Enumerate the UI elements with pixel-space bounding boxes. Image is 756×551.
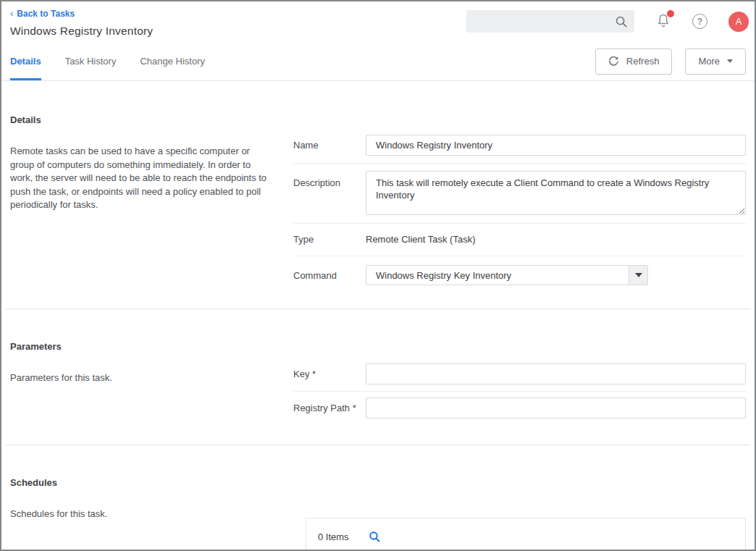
- more-label: More: [698, 56, 720, 67]
- name-input[interactable]: [366, 135, 746, 156]
- refresh-label: Refresh: [626, 56, 660, 67]
- tabs: Details Task History Change History: [10, 42, 205, 80]
- parameters-section: Parameters Parameters for this task. Key…: [10, 310, 746, 425]
- type-value: Remote Client Task (Task): [366, 234, 475, 245]
- parameters-description-text: Parameters for this task.: [10, 358, 275, 385]
- back-link-label: Back to Tasks: [17, 9, 75, 19]
- description-input[interactable]: This task will remotely execute a Client…: [366, 171, 746, 215]
- refresh-button[interactable]: Refresh: [595, 49, 673, 75]
- chevron-down-icon: [727, 59, 733, 63]
- command-select-value: Windows Registry Key Inventory: [366, 266, 629, 285]
- parameters-form: Key * Registry Path *: [293, 358, 746, 425]
- command-label: Command: [293, 270, 366, 281]
- schedules-panel: 0 Items: [306, 518, 746, 551]
- tab-task-history[interactable]: Task History: [65, 42, 117, 80]
- parameters-heading: Parameters: [10, 310, 746, 352]
- refresh-icon: [608, 56, 619, 67]
- back-to-tasks-link[interactable]: ‹ Back to Tasks: [10, 9, 75, 19]
- help-icon: ?: [697, 17, 702, 27]
- description-label: Description: [293, 171, 366, 188]
- registry-path-input[interactable]: [366, 398, 746, 418]
- help-button[interactable]: ?: [692, 14, 707, 29]
- name-field-row: Name: [293, 131, 746, 163]
- details-form: Name Description This task will remotely…: [293, 131, 746, 297]
- registry-path-label: Registry Path *: [293, 403, 366, 413]
- command-field-row: Command Windows Registry Key Inventory: [293, 256, 746, 297]
- description-field-row: Description This task will remotely exec…: [293, 163, 746, 223]
- name-label: Name: [293, 140, 366, 151]
- schedules-blurb-col: Schedules for this task.: [10, 494, 293, 551]
- type-field-row: Type Remote Client Task (Task): [293, 223, 746, 256]
- schedules-section: Schedules Schedules for this task. 0 Ite…: [10, 446, 746, 551]
- details-heading: Details: [10, 81, 746, 125]
- details-blurb-col: Remote tasks can be used to have a speci…: [10, 131, 293, 297]
- schedules-search-icon[interactable]: [369, 531, 381, 543]
- key-label: Key *: [293, 369, 366, 379]
- search-input[interactable]: [466, 10, 634, 33]
- notifications-button[interactable]: [655, 12, 671, 31]
- page-header: ‹ Back to Tasks Windows Registry Invento…: [1, 1, 755, 42]
- avatar[interactable]: A: [728, 12, 749, 32]
- header-actions: ? A: [466, 10, 749, 33]
- details-section: Details Remote tasks can be used to have…: [10, 81, 746, 297]
- main-content: Details Remote tasks can be used to have…: [1, 81, 755, 551]
- tab-bar: Details Task History Change History Refr…: [1, 42, 755, 81]
- app-window: ‹ Back to Tasks Windows Registry Invento…: [0, 0, 756, 551]
- schedules-description-text: Schedules for this task.: [10, 494, 275, 521]
- items-count: 0 Items: [318, 531, 349, 542]
- more-button[interactable]: More: [685, 49, 746, 75]
- back-chevron-icon: ‹: [10, 9, 13, 18]
- schedules-list-col: 0 Items: [293, 494, 746, 551]
- command-select[interactable]: Windows Registry Key Inventory: [366, 265, 648, 285]
- notification-badge: [667, 10, 674, 17]
- schedules-panel-toolbar: 0 Items: [318, 531, 734, 543]
- search-icon[interactable]: [615, 15, 628, 30]
- global-search[interactable]: [466, 10, 634, 33]
- parameters-blurb-col: Parameters for this task.: [10, 358, 293, 425]
- tab-change-history[interactable]: Change History: [140, 42, 205, 80]
- details-description-text: Remote tasks can be used to have a speci…: [10, 131, 275, 212]
- dropdown-arrow-icon[interactable]: [629, 266, 647, 285]
- schedules-heading: Schedules: [10, 446, 746, 488]
- type-label: Type: [293, 234, 366, 245]
- key-field-row: Key *: [293, 358, 746, 391]
- key-input[interactable]: [366, 363, 746, 384]
- tab-details[interactable]: Details: [10, 42, 41, 80]
- registry-path-field-row: Registry Path *: [293, 391, 746, 425]
- toolbar: Refresh More: [595, 42, 746, 80]
